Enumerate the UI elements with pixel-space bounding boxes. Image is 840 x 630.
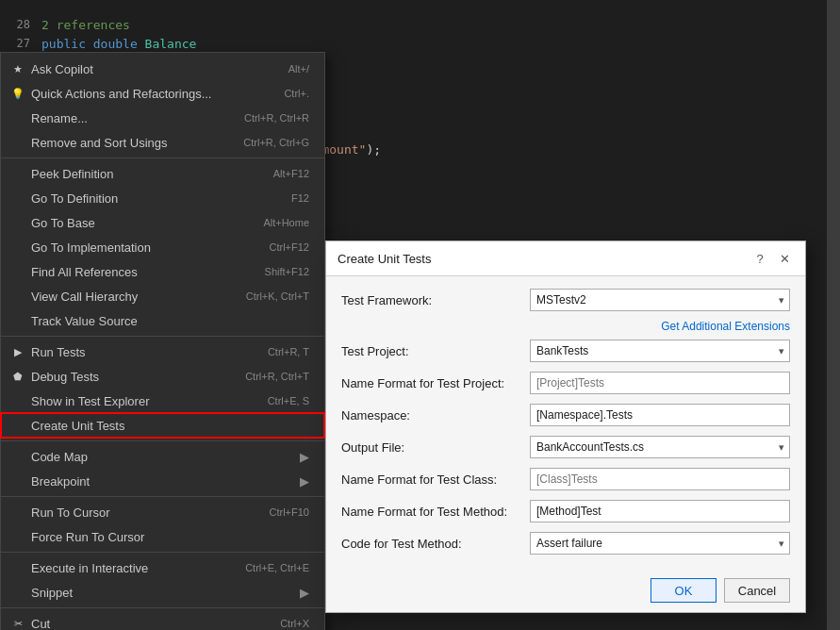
menu-separator (1, 552, 324, 553)
name-format-project-control (530, 372, 790, 394)
menu-separator (1, 336, 324, 337)
run-icon: ▶ (8, 346, 27, 358)
line-number: 27 (4, 37, 41, 50)
menu-label: View Call Hierarchy (31, 290, 231, 304)
name-format-class-row: Name Format for Test Class: (341, 467, 790, 491)
name-format-method-label: Name Format for Test Method: (341, 505, 530, 519)
test-framework-select-wrapper: MSTestv2 xUnit NUnit (530, 289, 790, 311)
cut-icon: ✂ (8, 618, 27, 630)
menu-shortcut: Ctrl+E, Ctrl+E (245, 562, 309, 573)
code-for-test-method-row: Code for Test Method: Assert failure (341, 531, 790, 555)
menu-item-find-all-references[interactable]: Find All References Shift+F12 (1, 259, 324, 284)
output-file-row: Output File: BankAccountTests.cs (341, 435, 790, 459)
menu-label: Run Tests (31, 345, 253, 359)
menu-shortcut: Alt+Home (263, 217, 309, 228)
menu-item-cut[interactable]: ✂ Cut Ctrl+X (1, 611, 324, 630)
menu-label: Create Unit Tests (31, 419, 309, 433)
menu-label: Execute in Interactive (31, 561, 230, 575)
dialog-footer: OK Cancel (326, 571, 805, 612)
test-framework-select[interactable]: MSTestv2 xUnit NUnit (530, 289, 790, 311)
menu-item-peek-definition[interactable]: Peek Definition Alt+F12 (1, 161, 324, 186)
name-format-class-label: Name Format for Test Class: (341, 472, 530, 487)
menu-item-remove-sort-usings[interactable]: Remove and Sort Usings Ctrl+R, Ctrl+G (1, 130, 324, 155)
copilot-icon: ★ (8, 63, 27, 75)
menu-item-create-unit-tests[interactable]: Create Unit Tests ➤ (1, 413, 324, 438)
menu-item-execute-interactive[interactable]: Execute in Interactive Ctrl+E, Ctrl+E (1, 555, 324, 580)
menu-shortcut: Ctrl+X (280, 618, 309, 629)
code-for-test-method-select-wrapper: Assert failure (530, 532, 790, 555)
dialog-controls: ? ✕ (750, 249, 794, 268)
menu-item-code-map[interactable]: Code Map ▶ (1, 444, 324, 469)
menu-separator (1, 158, 324, 158)
test-project-select[interactable]: BankTests (530, 340, 790, 362)
name-format-class-input[interactable] (530, 468, 790, 490)
menu-label: Snippet (31, 586, 292, 600)
menu-item-go-to-implementation[interactable]: Go To Implementation Ctrl+F12 (1, 235, 324, 259)
dialog-body: Test Framework: MSTestv2 xUnit NUnit Get… (326, 276, 805, 571)
menu-shortcut: Ctrl+R, Ctrl+T (245, 371, 309, 382)
menu-shortcut: Ctrl+R, T (268, 346, 309, 357)
ok-button[interactable]: OK (651, 578, 716, 603)
output-file-select-wrapper: BankAccountTests.cs (530, 436, 790, 458)
dialog-close-button[interactable]: ✕ (775, 249, 794, 268)
test-project-control: BankTests (530, 340, 790, 362)
namespace-label: Namespace: (341, 408, 530, 423)
menu-item-breakpoint[interactable]: Breakpoint ▶ (1, 469, 324, 493)
menu-label: Force Run To Cursor (31, 530, 309, 544)
get-additional-extensions-link[interactable]: Get Additional Extensions (661, 320, 790, 333)
test-project-select-wrapper: BankTests (530, 340, 790, 362)
menu-item-snippet[interactable]: Snippet ▶ (1, 580, 324, 605)
dialog-help-button[interactable]: ? (750, 249, 769, 268)
scrollbar[interactable] (827, 0, 840, 630)
menu-separator (1, 440, 324, 441)
name-format-project-row: Name Format for Test Project: (341, 371, 790, 395)
name-format-project-input[interactable] (530, 372, 790, 394)
menu-item-quick-actions[interactable]: 💡 Quick Actions and Refactorings... Ctrl… (1, 81, 324, 106)
menu-item-run-tests[interactable]: ▶ Run Tests Ctrl+R, T (1, 340, 324, 364)
menu-label: Go To Definition (31, 191, 276, 206)
menu-shortcut: Ctrl+K, Ctrl+T (246, 290, 309, 302)
output-file-select[interactable]: BankAccountTests.cs (530, 436, 790, 458)
menu-shortcut: Alt+/ (288, 63, 309, 75)
submenu-arrow: ▶ (300, 450, 309, 464)
dialog-titlebar: Create Unit Tests ? ✕ (326, 241, 805, 276)
line-number: 28 (4, 18, 41, 31)
menu-item-run-to-cursor[interactable]: Run To Cursor Ctrl+F10 (1, 500, 324, 524)
menu-label: Breakpoint (31, 474, 292, 489)
namespace-input[interactable] (530, 404, 790, 426)
lightbulb-icon: 💡 (8, 88, 27, 100)
namespace-row: Namespace: (341, 403, 790, 427)
menu-item-go-to-definition[interactable]: Go To Definition F12 (1, 186, 324, 210)
menu-label: Ask Copilot (31, 62, 273, 76)
menu-item-ask-copilot[interactable]: ★ Ask Copilot Alt+/ (1, 57, 324, 81)
menu-shortcut: Ctrl+F10 (270, 506, 310, 518)
menu-label: Code Map (31, 450, 292, 464)
test-project-label: Test Project: (341, 344, 530, 358)
output-file-control: BankAccountTests.cs (530, 436, 790, 458)
menu-item-show-test-explorer[interactable]: Show in Test Explorer Ctrl+E, S (1, 389, 324, 413)
menu-item-track-value-source[interactable]: Track Value Source (1, 308, 324, 333)
context-menu: ★ Ask Copilot Alt+/ 💡 Quick Actions and … (0, 52, 325, 630)
menu-item-rename[interactable]: Rename... Ctrl+R, Ctrl+R (1, 106, 324, 130)
menu-item-force-run-to-cursor[interactable]: Force Run To Cursor (1, 524, 324, 549)
test-framework-row: Test Framework: MSTestv2 xUnit NUnit (341, 288, 790, 312)
menu-separator (1, 496, 324, 497)
menu-item-view-call-hierarchy[interactable]: View Call Hierarchy Ctrl+K, Ctrl+T (1, 284, 324, 308)
menu-shortcut: Shift+F12 (265, 266, 309, 277)
menu-shortcut: Ctrl+. (284, 88, 309, 99)
create-unit-tests-dialog: Create Unit Tests ? ✕ Test Framework: MS… (325, 240, 806, 613)
code-for-test-method-select[interactable]: Assert failure (530, 532, 790, 555)
test-framework-control: MSTestv2 xUnit NUnit (530, 289, 790, 311)
menu-label: Debug Tests (31, 370, 230, 384)
menu-item-go-to-base[interactable]: Go To Base Alt+Home (1, 210, 324, 235)
name-format-method-input[interactable] (530, 500, 790, 522)
menu-label: Go To Base (31, 216, 248, 230)
output-file-label: Output File: (341, 440, 530, 455)
name-format-class-control (530, 468, 790, 490)
get-extensions-row: Get Additional Extensions (341, 320, 790, 333)
menu-item-debug-tests[interactable]: ⬟ Debug Tests Ctrl+R, Ctrl+T (1, 364, 324, 389)
menu-shortcut: F12 (291, 192, 309, 204)
menu-shortcut: Ctrl+R, Ctrl+G (243, 137, 309, 148)
code-line: public double Balance (41, 37, 196, 51)
cancel-button[interactable]: Cancel (724, 578, 790, 603)
